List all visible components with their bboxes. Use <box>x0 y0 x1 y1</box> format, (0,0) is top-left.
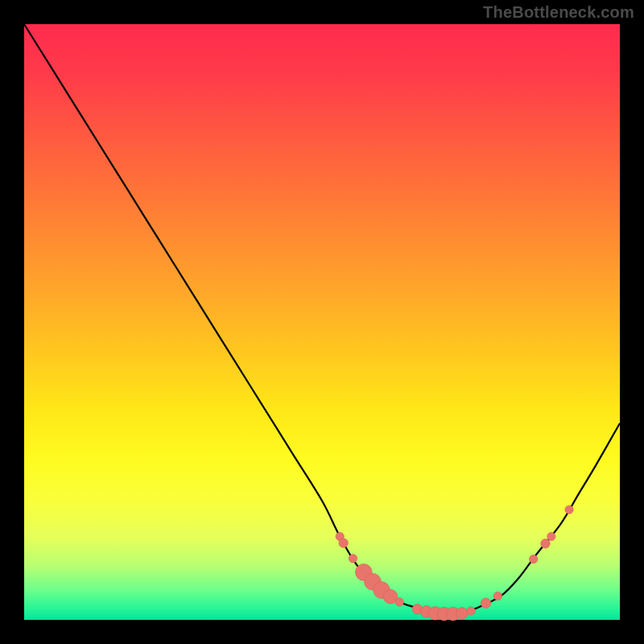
curve-marker <box>467 607 475 615</box>
curve-marker <box>395 598 403 606</box>
curve-layer <box>24 24 620 620</box>
curve-marker <box>565 506 573 514</box>
watermark-text: TheBottleneck.com <box>483 3 634 22</box>
bottleneck-curve <box>24 24 620 615</box>
curve-marker <box>493 592 502 600</box>
plot-area <box>24 24 620 620</box>
curve-marker <box>481 598 490 608</box>
curve-marker <box>530 555 538 563</box>
curve-marker <box>349 555 357 563</box>
chart-container: { "watermark": "TheBottleneck.com", "col… <box>0 0 644 644</box>
curve-marker <box>547 532 555 540</box>
curve-marker <box>541 539 550 548</box>
curve-marker <box>456 608 469 620</box>
curve-marker <box>339 539 348 547</box>
curve-markers <box>336 506 573 621</box>
